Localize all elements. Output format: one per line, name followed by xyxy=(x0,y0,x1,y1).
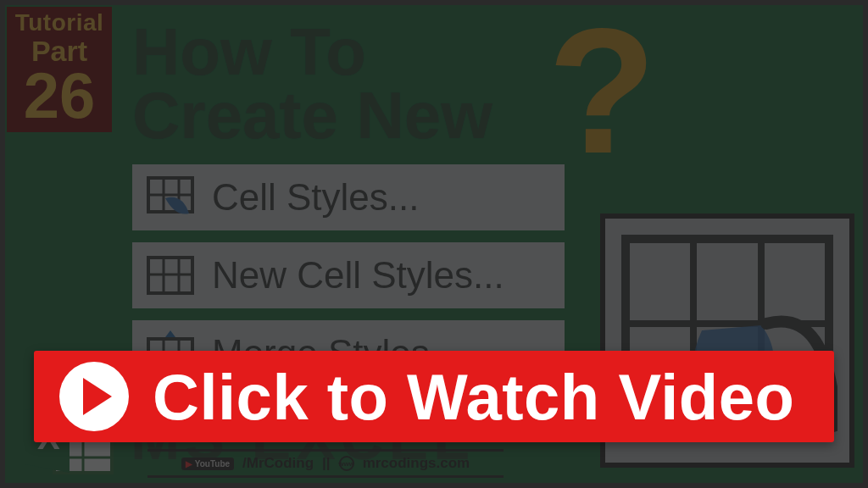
cta-text: Click to Watch Video xyxy=(153,360,794,434)
tutorial-badge: Tutorial Part 26 xyxy=(7,7,112,132)
menu-item-cell-styles[interactable]: Cell Styles... xyxy=(132,164,565,230)
svg-marker-8 xyxy=(165,330,175,337)
thumbnail-stage: Tutorial Part 26 How To Create New ? Cel… xyxy=(0,0,868,488)
grid-brush-icon xyxy=(144,174,197,221)
watch-video-cta[interactable]: Click to Watch Video xyxy=(34,351,834,442)
heading-line2: Create New xyxy=(132,84,492,147)
globe-icon: www xyxy=(339,456,354,471)
badge-number: 26 xyxy=(24,64,96,128)
heading-line1: How To xyxy=(132,20,492,84)
footer-credits: ▶ YouTube /MrCoding || www mrcodings.com xyxy=(147,449,504,478)
youtube-label: YouTube xyxy=(195,459,230,469)
youtube-handle: /MrCoding xyxy=(242,455,314,472)
heading: How To Create New xyxy=(132,20,492,147)
question-mark-icon: ? xyxy=(548,15,656,169)
play-icon xyxy=(59,362,129,431)
menu-item-label: New Cell Styles... xyxy=(212,254,504,297)
menu-item-new-cell-styles[interactable]: New Cell Styles... xyxy=(132,242,565,308)
separator: || xyxy=(322,455,331,472)
grid-icon xyxy=(144,252,197,299)
menu-item-label: Cell Styles... xyxy=(212,176,420,219)
badge-line1: Tutorial xyxy=(15,11,104,35)
website-url: mrcodings.com xyxy=(363,455,470,472)
youtube-icon: ▶ YouTube xyxy=(181,458,234,470)
